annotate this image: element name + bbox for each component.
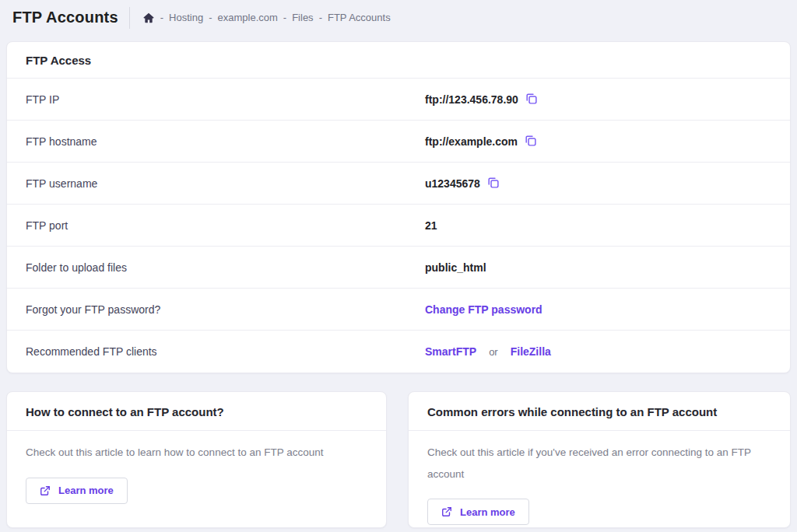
ftp-ip-value: ftp://123.456.78.90 <box>425 93 518 106</box>
breadcrumb-item-hosting[interactable]: Hosting <box>169 12 203 23</box>
copy-ftp-ip-button[interactable] <box>525 92 538 107</box>
row-label: Folder to upload files <box>7 261 425 274</box>
breadcrumb-separator: - <box>283 12 286 23</box>
smartftp-link[interactable]: SmartFTP <box>425 345 476 358</box>
row-value: SmartFTP or FileZilla <box>425 345 551 358</box>
page-header: FTP Accounts - Hosting - example.com - F… <box>0 0 797 35</box>
common-errors-body: Check out this article if you've receive… <box>409 431 790 485</box>
or-text: or <box>489 346 498 358</box>
row-value: u12345678 <box>425 176 500 191</box>
learn-more-label: Learn more <box>460 506 515 518</box>
learn-more-label: Learn more <box>58 485 114 496</box>
how-to-connect-title: How to connect to an FTP account? <box>26 405 367 418</box>
breadcrumb-separator: - <box>209 12 212 23</box>
common-errors-card: Common errors while connecting to an FTP… <box>408 391 791 528</box>
info-card-header: How to connect to an FTP account? <box>7 392 386 431</box>
row-label: FTP IP <box>7 93 425 106</box>
learn-more-button-connect[interactable]: Learn more <box>26 478 128 504</box>
ftp-hostname-value: ftp://example.com <box>425 135 518 148</box>
row-ftp-port: FTP port 21 <box>7 205 790 247</box>
row-label: Recommended FTP clients <box>7 345 425 358</box>
change-ftp-password-link[interactable]: Change FTP password <box>425 303 542 316</box>
row-label: FTP port <box>7 219 425 232</box>
how-to-connect-body: Check out this article to learn how to c… <box>7 431 386 464</box>
copy-icon <box>525 92 538 107</box>
breadcrumb-item-files[interactable]: Files <box>292 12 313 23</box>
ftp-access-card: FTP Access FTP IP ftp://123.456.78.90 FT… <box>6 41 791 373</box>
copy-ftp-username-button[interactable] <box>486 176 500 191</box>
row-label: FTP hostname <box>7 135 425 148</box>
breadcrumb-item-domain[interactable]: example.com <box>218 12 278 23</box>
external-link-icon <box>40 485 51 496</box>
row-upload-folder: Folder to upload files public_html <box>7 247 790 289</box>
row-ftp-username: FTP username u12345678 <box>7 163 790 205</box>
row-forgot-password: Forgot your FTP password? Change FTP pas… <box>7 289 790 331</box>
row-value: 21 <box>425 219 437 232</box>
row-recommended-clients: Recommended FTP clients SmartFTP or File… <box>7 331 790 373</box>
ftp-username-value: u12345678 <box>425 177 480 190</box>
copy-icon <box>486 176 500 191</box>
home-icon[interactable] <box>142 12 155 24</box>
breadcrumb-separator: - <box>319 12 322 23</box>
row-value: ftp://example.com <box>425 134 537 149</box>
row-ftp-ip: FTP IP ftp://123.456.78.90 <box>7 79 790 121</box>
breadcrumb-separator: - <box>160 12 163 23</box>
ftp-port-value: 21 <box>425 219 437 232</box>
how-to-connect-card: How to connect to an FTP account? Check … <box>6 391 387 528</box>
copy-ftp-hostname-button[interactable] <box>524 134 537 149</box>
filezilla-link[interactable]: FileZilla <box>511 345 551 358</box>
row-label: FTP username <box>7 177 425 190</box>
common-errors-title: Common errors while connecting to an FTP… <box>427 405 771 418</box>
page-title: FTP Accounts <box>12 9 118 26</box>
upload-folder-value: public_html <box>425 261 486 274</box>
row-label: Forgot your FTP password? <box>7 303 425 316</box>
breadcrumb: - Hosting - example.com - Files - FTP Ac… <box>142 12 391 24</box>
row-value: Change FTP password <box>425 303 542 316</box>
info-card-header: Common errors while connecting to an FTP… <box>409 392 790 431</box>
ftp-access-card-title: FTP Access <box>26 54 771 67</box>
learn-more-button-errors[interactable]: Learn more <box>427 499 529 525</box>
header-divider <box>129 7 130 29</box>
external-link-icon <box>441 506 452 517</box>
copy-icon <box>524 134 537 149</box>
breadcrumb-item-current: FTP Accounts <box>328 12 391 23</box>
row-value: ftp://123.456.78.90 <box>425 92 538 107</box>
info-cards-row: How to connect to an FTP account? Check … <box>6 391 791 528</box>
row-ftp-hostname: FTP hostname ftp://example.com <box>7 121 790 163</box>
ftp-access-card-header: FTP Access <box>7 42 790 79</box>
row-value: public_html <box>425 261 486 274</box>
